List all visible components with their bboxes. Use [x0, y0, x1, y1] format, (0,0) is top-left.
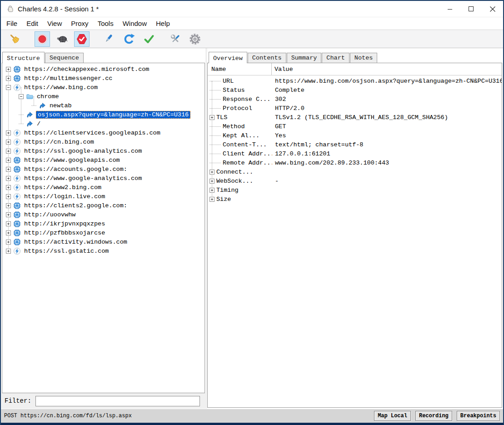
- tree-row[interactable]: https://login.live.com: [2, 192, 205, 201]
- overview-row[interactable]: Timing: [208, 185, 502, 195]
- tree-expand-plus-box[interactable]: [6, 76, 11, 81]
- overview-row[interactable]: Kept Al... Yes: [208, 131, 502, 140]
- compose-button[interactable]: [100, 31, 116, 47]
- menu-edit[interactable]: Edit: [22, 18, 43, 29]
- throttle-toggle-button[interactable]: [55, 31, 70, 47]
- overview-row[interactable]: Method GET: [208, 122, 502, 131]
- tree-expand-plus-box[interactable]: [6, 149, 11, 154]
- map-local-button[interactable]: Map Local: [374, 411, 411, 421]
- right-tab-chart[interactable]: Chart: [322, 53, 349, 63]
- menu-help[interactable]: Help: [151, 18, 175, 29]
- tree-row[interactable]: chrome: [2, 92, 205, 101]
- tree-row[interactable]: https://accounts.google.com:: [2, 165, 205, 174]
- tree-row[interactable]: http://multimessenger.cc: [2, 74, 205, 83]
- overview-row-value: TLSv1.2 (TLS_ECDHE_RSA_WITH_AES_128_GCM_…: [272, 114, 502, 121]
- tree-expand-plus-box[interactable]: [6, 130, 11, 135]
- tree-expand-plus-box[interactable]: [6, 249, 11, 254]
- menu-window[interactable]: Window: [118, 18, 151, 29]
- charles-window: Charles 4.2.8 - Session 1 * FileEditView…: [0, 0, 504, 425]
- validate-button[interactable]: [141, 31, 157, 47]
- tree-row[interactable]: https://www.googleapis.com: [2, 155, 205, 165]
- tree-row[interactable]: https://www.google-analytics.com: [2, 174, 205, 183]
- tree-expand-minus-box[interactable]: [6, 85, 11, 90]
- row-expand-plus-box[interactable]: [210, 197, 215, 202]
- menu-proxy[interactable]: Proxy: [66, 18, 93, 29]
- tree-row[interactable]: https://ssl.gstatic.com: [2, 246, 205, 255]
- tree-row[interactable]: https://ssl.google-analytics.com: [2, 146, 205, 155]
- minimize-button[interactable]: [439, 1, 460, 17]
- tree-expand-plus-box[interactable]: [6, 67, 11, 72]
- overview-row[interactable]: Remote Addr... www.bing.com/202.89.233.1…: [208, 158, 502, 167]
- overview-row[interactable]: Protocol HTTP/2.0: [208, 104, 502, 113]
- row-expand-plus-box[interactable]: [210, 179, 215, 184]
- tree-row[interactable]: http://uoovwhw: [2, 210, 205, 219]
- tools-button[interactable]: [168, 31, 183, 47]
- tree-row[interactable]: /: [2, 119, 205, 128]
- tree-row[interactable]: http://ikrjpvnxpqxzpes: [2, 219, 205, 228]
- tree-expand-plus-box[interactable]: [6, 212, 11, 217]
- tree-row[interactable]: https://clients2.google.com:: [2, 201, 205, 210]
- breakpoints-button[interactable]: Breakpoints: [457, 411, 500, 421]
- overview-row[interactable]: Response C... 302: [208, 95, 502, 104]
- tree-expand-plus-box[interactable]: [6, 240, 11, 245]
- right-tab-summary[interactable]: Summary: [287, 53, 322, 63]
- globe-icon: [13, 220, 21, 228]
- overview-row[interactable]: Client Addr... 127.0.0.1:61201: [208, 149, 502, 158]
- tree-connector-line: [21, 87, 21, 124]
- row-expand-plus-box[interactable]: [210, 115, 215, 120]
- tree-expand-plus-box[interactable]: [6, 140, 11, 145]
- tree-expand-plus-box[interactable]: [6, 203, 11, 208]
- repeat-button[interactable]: [121, 31, 137, 47]
- detail-panel-tabs: OverviewContentsSummaryChartNotes: [207, 50, 503, 63]
- tree-row[interactable]: newtab: [2, 101, 205, 110]
- menu-view[interactable]: View: [43, 18, 66, 29]
- tree-expand-plus-box[interactable]: [6, 221, 11, 226]
- filter-input[interactable]: [35, 396, 200, 406]
- tree-expand-plus-box[interactable]: [6, 158, 11, 163]
- overview-table-header: Name Value: [208, 63, 502, 75]
- right-tab-notes[interactable]: Notes: [350, 53, 378, 63]
- detail-panel: OverviewContentsSummaryChartNotes Name V…: [207, 48, 503, 409]
- close-button[interactable]: [482, 1, 503, 17]
- tree-row[interactable]: https://www2.bing.com: [2, 183, 205, 192]
- clear-session-button[interactable]: [7, 31, 23, 47]
- tree-expand-plus-box[interactable]: [6, 194, 11, 199]
- globe-icon: [13, 156, 21, 164]
- tree-row[interactable]: https://cn.bing.com: [2, 137, 205, 146]
- left-tab-sequence[interactable]: Sequence: [45, 53, 84, 63]
- overview-row[interactable]: Status Complete: [208, 85, 502, 95]
- tree-expand-plus-box[interactable]: [6, 176, 11, 181]
- record-toggle-button[interactable]: [35, 31, 50, 47]
- overview-row[interactable]: WebSock... -: [208, 176, 502, 185]
- overview-row[interactable]: Connect...: [208, 167, 502, 176]
- tree-row-label: newtab: [49, 102, 73, 109]
- maximize-button[interactable]: [460, 1, 482, 17]
- overview-row[interactable]: TLS TLSv1.2 (TLS_ECDHE_RSA_WITH_AES_128_…: [208, 113, 502, 122]
- overview-row[interactable]: Content-T... text/html; charset=utf-8: [208, 140, 502, 149]
- menu-tools[interactable]: Tools: [93, 18, 118, 29]
- right-tab-overview[interactable]: Overview: [209, 52, 247, 63]
- tree-expand-minus-box[interactable]: [19, 94, 24, 99]
- tree-expand-plus-box[interactable]: [6, 230, 11, 235]
- menu-file[interactable]: File: [2, 18, 22, 29]
- overview-row[interactable]: Size: [208, 195, 502, 204]
- recording-button[interactable]: Recording: [415, 411, 452, 421]
- settings-button[interactable]: [187, 31, 203, 47]
- tree-row[interactable]: https://checkappexec.microsoft.com: [2, 65, 205, 74]
- row-expand-plus-box[interactable]: [210, 170, 215, 175]
- tree-row-label: https://ssl.google-analytics.com: [23, 148, 143, 155]
- tree-row[interactable]: osjson.aspx?query=&language=zh-CN&PC=U31…: [2, 110, 205, 119]
- tree-expand-plus-box[interactable]: [6, 167, 11, 172]
- tree-row[interactable]: https://www.bing.com: [2, 83, 205, 92]
- row-expand-plus-box[interactable]: [210, 188, 215, 193]
- column-header-name[interactable]: Name: [208, 63, 271, 75]
- breakpoints-toggle-button[interactable]: [74, 31, 90, 47]
- tree-row[interactable]: https://clientservices.googleapis.com: [2, 128, 205, 137]
- tree-expand-plus-box[interactable]: [6, 185, 11, 190]
- tree-row[interactable]: https://activity.windows.com: [2, 237, 205, 246]
- column-header-value[interactable]: Value: [271, 63, 502, 75]
- tree-row[interactable]: http://pzfbbbsxojarcse: [2, 228, 205, 237]
- right-tab-contents[interactable]: Contents: [248, 53, 286, 63]
- overview-row[interactable]: URL https://www.bing.com/osjson.aspx?que…: [208, 76, 502, 85]
- left-tab-structure[interactable]: Structure: [2, 52, 45, 63]
